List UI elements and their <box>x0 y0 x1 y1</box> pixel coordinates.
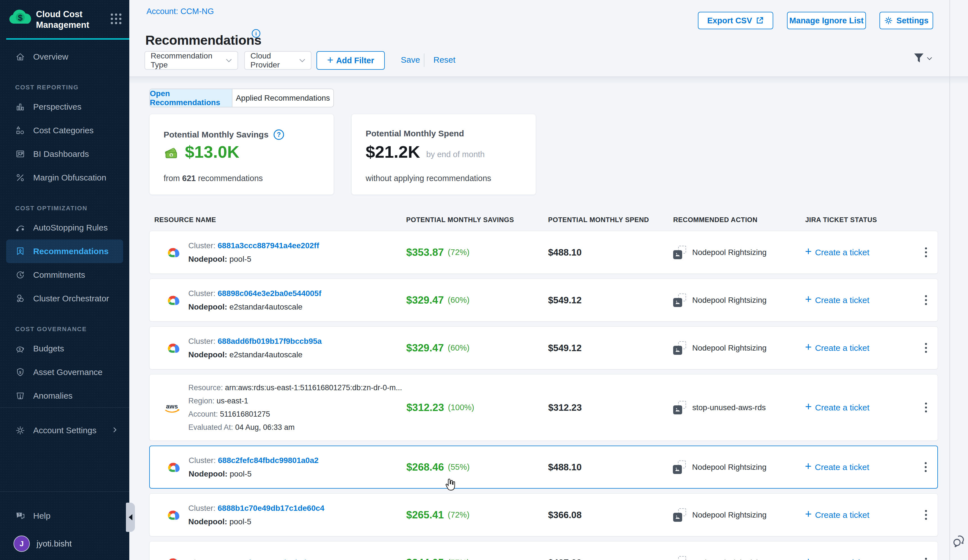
app-grid-icon[interactable] <box>111 13 121 24</box>
resource-link[interactable]: 68898c064e3e2ba0e544005f <box>217 289 321 298</box>
resource-value: pool-5 <box>230 469 252 478</box>
action-cell: Nodepool Rightsizing <box>668 461 800 474</box>
sidebar-section-label: COST OPTIMIZATION <box>0 189 129 216</box>
create-ticket-button[interactable]: + Create a ticket <box>800 342 917 353</box>
resource-link[interactable]: 688add6fb019b17f9bccb95a <box>217 337 322 346</box>
create-ticket-button[interactable]: + Create a ticket <box>800 462 916 472</box>
kebab-menu-icon[interactable] <box>922 340 930 356</box>
manage-ignore-list-button[interactable]: Manage Ignore List <box>787 12 866 29</box>
rightsizing-icon <box>673 246 687 259</box>
recommended-action-label: Nodepool Rightsizing <box>692 463 766 472</box>
aws-logo-icon: aws <box>164 401 182 414</box>
savings-amount: $329.47 <box>406 342 444 354</box>
sidebar-item-account-settings[interactable]: Account Settings <box>0 419 129 442</box>
table-row[interactable]: Cluster: 6881a3ccc887941a4ee202ffNodepoo… <box>149 231 938 274</box>
savings-percent: (57%) <box>448 558 469 560</box>
plus-icon: + <box>805 400 812 413</box>
plus-icon: + <box>805 555 811 560</box>
resource-link[interactable]: 688c2fefc84fbdc99801a0a2 <box>218 456 318 465</box>
sidebar-item-help[interactable]: ? Help <box>0 504 129 528</box>
resource-link[interactable]: 6886e92f59a48cad86b5b1c6 <box>217 558 322 560</box>
resource-line: Cluster: 6881a3ccc887941a4ee202ff <box>188 239 319 252</box>
recommendation-type-dropdown[interactable]: Recommendation Type <box>144 51 238 70</box>
row-menu-cell <box>917 554 938 560</box>
table-row[interactable]: aws Resource: arn:aws:rds:us-east-1:5116… <box>149 374 938 441</box>
savings-amount: $329.47 <box>406 294 444 306</box>
svg-text:?: ? <box>277 131 281 138</box>
sidebar-item-cluster-orchestrator[interactable]: Cluster Orchestrator <box>0 287 129 310</box>
sidebar-item-autostopping-rules[interactable]: AutoStopping Rules <box>0 216 129 240</box>
svg-text:$: $ <box>19 370 22 374</box>
chevron-down-icon <box>226 59 232 62</box>
resource-line: Nodepool: pool-5 <box>189 467 318 481</box>
row-menu-cell <box>917 399 938 416</box>
sidebar-item-cost-categories[interactable]: Cost Categories <box>0 119 129 142</box>
external-link-icon <box>756 16 764 25</box>
sidebar-item-overview[interactable]: Overview <box>0 45 129 69</box>
export-csv-button[interactable]: Export CSV <box>698 12 773 29</box>
create-ticket-button[interactable]: + Create a ticket <box>800 402 917 413</box>
reset-filter-link[interactable]: Reset <box>433 55 455 65</box>
table-row[interactable]: Cluster: 68898c064e3e2ba0e544005fNodepoo… <box>149 278 938 321</box>
sidebar-item-margin-obfuscation[interactable]: Margin Obfuscation <box>0 166 129 189</box>
chevron-down-icon <box>927 57 932 60</box>
svg-text:$: $ <box>19 348 21 351</box>
table-row[interactable]: Cluster: 6888b1c70e49db17c1de60c4Nodepoo… <box>149 494 938 537</box>
create-ticket-button[interactable]: + Create a ticket <box>800 247 917 258</box>
kebab-menu-icon[interactable] <box>922 292 930 308</box>
save-filter-link[interactable]: Save <box>401 55 420 65</box>
savings-amount: $268.46 <box>406 461 444 473</box>
table-row[interactable]: Cluster: 688add6fb019b17f9bccb95aNodepoo… <box>149 326 938 369</box>
recommendation-count: 621 <box>182 174 196 183</box>
add-filter-button[interactable]: + Add Filter <box>317 51 385 70</box>
create-ticket-button[interactable]: + Create a ticket <box>800 295 917 306</box>
savings-card-title: Potential Monthly Savings <box>164 130 269 139</box>
action-cell: Nodepool Rightsizing <box>668 246 800 259</box>
main-content: Account: CCM-NG Recommendations i Export… <box>129 0 968 560</box>
spend-cell: $366.08 <box>543 510 668 520</box>
kebab-menu-icon[interactable] <box>922 244 930 260</box>
table-row[interactable]: Cluster: 688c2fefc84fbdc99801a0a2Nodepoo… <box>149 446 938 489</box>
create-ticket-button[interactable]: + Create a ticket <box>800 509 917 520</box>
resource-line: Nodepool: e2standar4autoscale <box>188 300 321 314</box>
cloud-provider-dropdown[interactable]: Cloud Provider <box>244 51 312 70</box>
potential-savings-card: Potential Monthly Savings ? $ $13.0K fro… <box>149 114 334 195</box>
settings-button[interactable]: Settings <box>880 12 933 29</box>
budgets-icon: $ <box>15 343 26 354</box>
kebab-menu-icon[interactable] <box>922 507 930 523</box>
spend-cell: $488.10 <box>543 247 668 258</box>
recommended-action-label: Nodepool Rightsizing <box>692 558 767 560</box>
tab-open-recommendations[interactable]: Open Recommendations <box>150 89 232 107</box>
chat-bubbles-icon[interactable] <box>952 535 966 549</box>
breadcrumb-account-link[interactable]: Account: CCM-NG <box>146 7 214 16</box>
sidebar-item-recommendations[interactable]: Recommendations <box>6 240 123 263</box>
sidebar-item-budgets[interactable]: $ Budgets <box>0 337 129 360</box>
create-ticket-button[interactable]: + Create a ticket <box>800 557 917 560</box>
savings-amount: $13.0K <box>185 142 239 162</box>
row-menu-cell <box>917 507 938 523</box>
gcp-logo-icon <box>164 461 182 474</box>
sidebar-item-commitments[interactable]: Commitments <box>0 263 129 287</box>
recommended-action-label: stop-unused-aws-rds <box>692 403 766 412</box>
kebab-menu-icon[interactable] <box>922 459 930 476</box>
sidebar-item-anomalies[interactable]: Anomalies <box>0 384 129 408</box>
sidebar-item-asset-governance[interactable]: $ Asset Governance <box>0 360 129 384</box>
rightsizing-icon <box>673 293 687 307</box>
sidebar-item-bi-dashboards[interactable]: BI Dashboards <box>0 142 129 166</box>
sidebar-item-perspectives[interactable]: Perspectives <box>0 95 129 119</box>
divider <box>424 53 424 67</box>
sidebar-nav: Overview COST REPORTING Perspectives Cos… <box>0 45 129 408</box>
tab-applied-recommendations[interactable]: Applied Recommendations <box>232 89 333 107</box>
sidebar-collapse-handle[interactable] <box>126 503 135 532</box>
resource-link[interactable]: 6888b1c70e49db17c1de60c4 <box>217 504 324 512</box>
filter-funnel-button[interactable] <box>913 53 932 64</box>
kebab-menu-icon[interactable] <box>922 399 930 416</box>
kebab-menu-icon[interactable] <box>922 554 930 560</box>
scrollbar-track[interactable] <box>950 0 950 560</box>
user-menu[interactable]: J jyoti.bisht <box>13 535 72 552</box>
resource-cell: Cluster: 68898c064e3e2ba0e544005fNodepoo… <box>149 287 401 314</box>
resource-link[interactable]: 6881a3ccc887941a4ee202ff <box>217 241 319 250</box>
info-icon[interactable]: i <box>251 29 261 39</box>
question-icon[interactable]: ? <box>273 129 285 141</box>
table-row[interactable]: Cluster: 6886e92f59a48cad86b5b1c6 $244.0… <box>149 541 938 560</box>
